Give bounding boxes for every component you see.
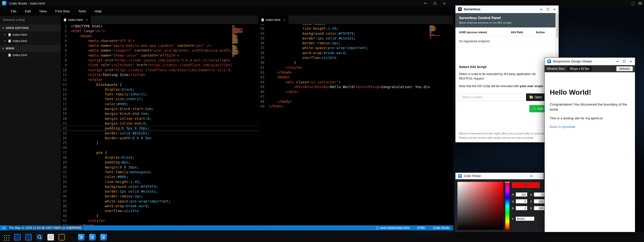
code-studio-icon-3[interactable]: S xyxy=(100,234,107,240)
code-text: background-color:#f9f9f9; xyxy=(71,184,258,189)
close-icon[interactable]: × xyxy=(440,0,449,7)
status-file-path[interactable]: store:/www/index.html xyxy=(376,226,410,230)
viewer-title-bar: Responsive Design Viewer × xyxy=(545,58,635,65)
menu-edit[interactable]: Edit xyxy=(21,9,35,13)
agi-description-1: Select a script to be executed by 3rd pa… xyxy=(459,72,546,81)
code-studio-icon-1[interactable]: S xyxy=(78,234,85,240)
terminal-icon[interactable] xyxy=(14,234,21,240)
file-name: index.html xyxy=(13,39,27,43)
hue-marker[interactable] xyxy=(505,182,510,183)
color-field-b[interactable] xyxy=(534,206,544,210)
close-icon[interactable]: × xyxy=(4,33,7,36)
code-line: 49</html> xyxy=(258,104,453,109)
menu-tools[interactable]: Tools xyxy=(74,9,90,13)
tab-index-html[interactable]: index.html× xyxy=(61,16,91,24)
maximize-icon[interactable] xyxy=(430,0,440,7)
line-number: 37 xyxy=(61,199,71,204)
code-line: 32 color:#666; xyxy=(61,175,258,179)
code-text: </style> xyxy=(71,218,258,223)
close-icon[interactable]: × xyxy=(86,18,88,22)
maximize-icon[interactable] xyxy=(547,8,549,10)
tab-index-html[interactable]: index.html× xyxy=(258,16,288,24)
sidebar-section-www[interactable]: ▾WWW xyxy=(0,45,60,52)
code-line: 46 </div> xyxy=(258,89,453,94)
code-text: </head> xyxy=(268,70,453,75)
sidebar-item-index-html[interactable]: ×index.html xyxy=(0,38,60,44)
code-text: } xyxy=(71,141,258,145)
close-icon[interactable]: × xyxy=(553,7,556,11)
line-number: 2 xyxy=(61,29,71,33)
minimize-icon[interactable] xyxy=(616,61,619,62)
code-text: overflow:visible xyxy=(268,55,453,60)
color-field-b[interactable] xyxy=(516,206,527,210)
code-line: 35 border:1px solid #e1e1e1; xyxy=(258,36,453,41)
line-number: 28 xyxy=(61,155,71,160)
loading-icon[interactable] xyxy=(631,2,635,5)
color-field-g[interactable] xyxy=(516,199,527,203)
color-field-s[interactable] xyxy=(534,199,544,203)
code-line: 7 <meta name="theme-color" content="#ff9… xyxy=(61,53,258,58)
line-number: 5 xyxy=(61,43,71,48)
code-text: <head> xyxy=(71,34,258,39)
minimap-1[interactable] xyxy=(232,25,244,57)
code-studio-icon-2[interactable]: S xyxy=(89,234,96,240)
code-line: 34 background-color:#f9f9f9; xyxy=(61,184,258,189)
code-line: 12 <style> xyxy=(61,77,258,82)
editor-pane-2[interactable]: 32 color:#666;33 line-height:1.45;34 bac… xyxy=(258,24,453,225)
line-number: 19 xyxy=(61,111,71,116)
code-line: 15 font-family:inherit; xyxy=(61,92,258,97)
color-field-label: B xyxy=(530,207,533,210)
desktop-menu-icon[interactable] xyxy=(638,2,642,5)
code-text: color:#999; xyxy=(71,102,258,107)
file-manager-icon[interactable] xyxy=(25,234,32,240)
refresh-button[interactable]: Refresh xyxy=(616,66,633,71)
back-to-aprintlab-link[interactable]: Back to Aprintlab xyxy=(550,125,630,129)
app-launcher-icon[interactable] xyxy=(3,234,10,240)
close-icon[interactable]: × xyxy=(4,39,7,43)
code-text: </div> xyxy=(268,89,453,94)
code-line: 27 pre { xyxy=(61,150,258,155)
maximize-icon[interactable] xyxy=(623,60,625,62)
code-line: 45 <h1><br></h1><h1>Hello World!<br></h1… xyxy=(258,85,453,89)
sidebar-item-index-html[interactable]: index.html xyxy=(0,52,60,58)
menu-help[interactable]: Help xyxy=(90,9,106,13)
status-app-name: Code Studio xyxy=(433,226,450,230)
line-number: 15 xyxy=(61,92,71,97)
phone-app-icon[interactable] xyxy=(58,234,65,240)
editor-pane-1[interactable]: 1<!DOCTYPE html>2<html lang="en">3 <head… xyxy=(61,24,258,225)
line-number: 31 xyxy=(61,170,71,175)
minimize-icon[interactable] xyxy=(540,9,542,10)
text-editor-icon[interactable] xyxy=(47,234,54,240)
agi-script-location-input[interactable] xyxy=(459,93,524,101)
code-text: background-color:#f9f9f9; xyxy=(268,31,453,36)
sidebar-item-index-html[interactable]: ×index.html xyxy=(0,31,60,38)
saturation-cursor[interactable] xyxy=(458,183,461,185)
hex-input[interactable] xyxy=(516,217,534,221)
scrollbar-thumb[interactable] xyxy=(556,14,558,38)
minimize-icon[interactable] xyxy=(420,0,430,7)
open-button[interactable]: Open xyxy=(526,93,545,101)
color-field-r[interactable] xyxy=(516,192,527,197)
hue-slider[interactable] xyxy=(505,182,509,230)
page-paragraph-2: This is a testing site for my.aprint.io xyxy=(550,116,630,121)
menu-font-size[interactable]: Font Size xyxy=(51,9,74,13)
close-icon[interactable]: × xyxy=(630,59,632,63)
saturation-field[interactable] xyxy=(457,182,503,230)
line-number: 45 xyxy=(258,85,268,89)
line-number: 9 xyxy=(61,63,71,67)
menu-view[interactable]: View xyxy=(35,9,51,13)
minimap-2[interactable] xyxy=(430,25,441,39)
code-line: 21 margin-inline-end:0; xyxy=(61,121,258,126)
status-language[interactable]: HTML xyxy=(417,226,425,230)
minimize-icon[interactable] xyxy=(530,176,533,176)
close-icon[interactable]: × xyxy=(283,18,285,22)
code-text: blockquote { xyxy=(71,82,258,87)
sidebar-section-open-editors[interactable]: ▾OPEN EDITORS xyxy=(0,24,60,31)
code-text: <link rel="stylesheet" href="https://cdn… xyxy=(71,63,258,67)
menu-file[interactable]: File xyxy=(7,9,21,13)
search-icon[interactable] xyxy=(36,234,43,240)
color-field-h[interactable] xyxy=(534,192,544,197)
agi-description-2: Note that the AGI script will be execute… xyxy=(459,84,546,88)
code-line: 8 <script src="https://code.jquery.com/j… xyxy=(61,58,258,63)
window-size-label: Window Size: xyxy=(547,67,565,71)
